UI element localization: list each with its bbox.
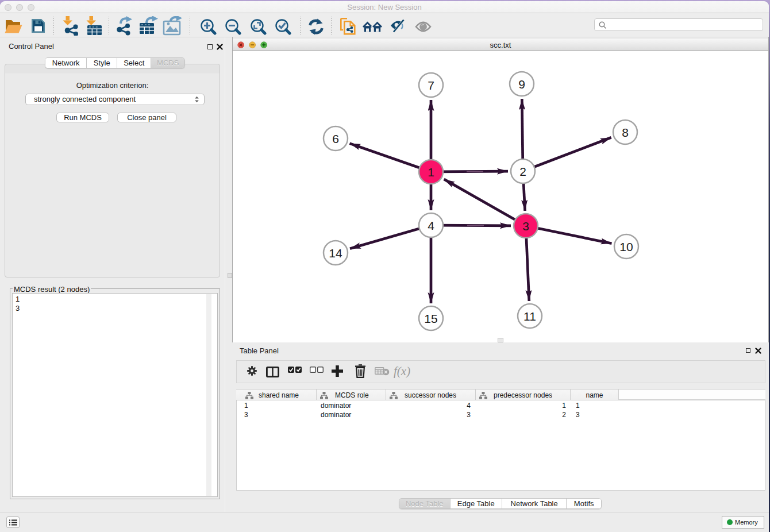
svg-text:8: 8 <box>622 126 629 139</box>
svg-text:4: 4 <box>428 219 434 232</box>
svg-text:10: 10 <box>619 240 633 253</box>
svg-text:6: 6 <box>332 132 339 145</box>
svg-text:3: 3 <box>522 219 529 233</box>
svg-text:2: 2 <box>519 165 526 178</box>
svg-text:14: 14 <box>329 246 342 260</box>
svg-text:11: 11 <box>523 310 536 323</box>
svg-text:1: 1 <box>428 165 434 179</box>
svg-text:9: 9 <box>518 78 525 91</box>
svg-text:7: 7 <box>428 79 434 92</box>
svg-text:15: 15 <box>424 312 437 325</box>
